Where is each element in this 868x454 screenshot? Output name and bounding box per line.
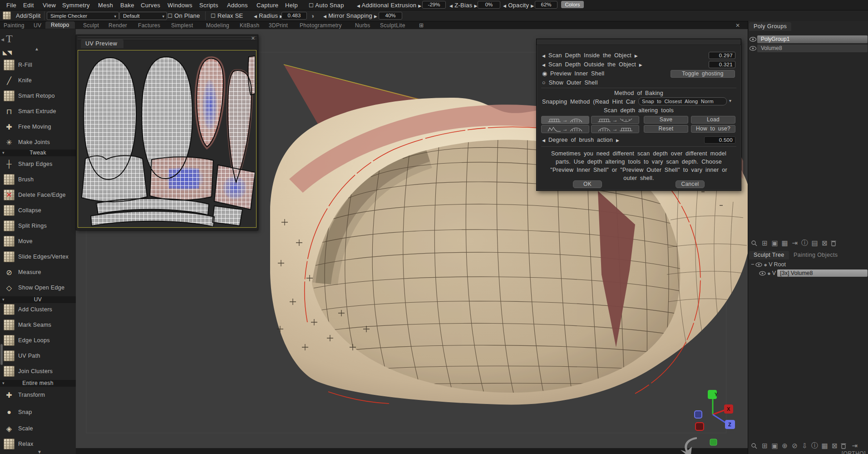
tab-sculpt[interactable]: Sculpt (83, 22, 99, 29)
collapse-icon[interactable]: − (751, 261, 754, 268)
panel-grip[interactable] (78, 36, 256, 38)
show-outer-shell-radio[interactable]: ○ Show Outer Shell (542, 79, 735, 86)
tool-knife[interactable]: ╱Knife (4, 74, 32, 87)
axis-neg-z-handle[interactable] (695, 411, 702, 418)
delete-file-icon[interactable]: ⊠ (821, 239, 829, 247)
delete-file-icon[interactable]: ⊠ (831, 442, 838, 450)
tool-transform[interactable]: ✚Transform (4, 388, 45, 402)
add-icon[interactable]: ⊞ (761, 239, 769, 247)
tab-uv[interactable]: UV (34, 22, 41, 29)
trash-icon[interactable] (841, 443, 848, 449)
checker-preset-dropdown[interactable]: Simple Checker ▾ (47, 12, 119, 20)
info-icon[interactable]: ⓘ (811, 441, 819, 450)
tool-move[interactable]: Move (4, 234, 33, 248)
panel-collapse-icon[interactable]: ◀ (1, 37, 4, 42)
trash-icon[interactable] (831, 240, 838, 246)
visibility-eye-icon[interactable] (749, 35, 757, 43)
mirror-snapping-spinner[interactable]: ◀ Mirror Snapping ▶ (323, 12, 377, 19)
chevron-down-icon[interactable]: ▾ (729, 98, 731, 103)
reset-button[interactable]: Reset (644, 125, 688, 133)
tool-r-fill[interactable]: R-Fill (4, 58, 32, 72)
menu-bake[interactable]: Bake (120, 2, 134, 9)
visibility-eye-icon[interactable] (749, 45, 757, 52)
axis-neg-x-handle[interactable] (695, 423, 704, 430)
menu-scripts[interactable]: Scripts (199, 2, 218, 9)
axis-neg-y-handle[interactable] (710, 439, 717, 445)
close-icon[interactable]: ✕ (251, 35, 255, 41)
tool-collapse[interactable]: Collapse (4, 204, 41, 217)
painting-objects-tab[interactable]: Painting Objects (789, 251, 842, 259)
tool-smart-extrude[interactable]: ⊓Smart Extrude (4, 105, 56, 118)
auto-snap-checkbox[interactable]: ☐ Auto Snap (309, 2, 344, 9)
depth-tool-flat-to-arch-button[interactable]: → (541, 116, 589, 124)
section-entire-mesh[interactable]: ▾Entire mesh (0, 380, 76, 387)
tab-sculptlite[interactable]: SculptLite (380, 22, 405, 29)
tool-uv-path[interactable]: UV Path (4, 349, 40, 363)
menu-windows[interactable]: Windows (168, 2, 192, 9)
info-icon[interactable]: ⓘ (801, 239, 809, 247)
tool-brush[interactable]: Brush (4, 173, 34, 186)
tab-3dprint[interactable]: 3DPrint (269, 22, 288, 29)
menu-symmetry[interactable]: Symmetry (62, 2, 90, 9)
tool-edge-loops[interactable]: Edge Loops (4, 334, 50, 347)
tree-row-root[interactable]: − ● V Root (751, 260, 868, 269)
poly-groups-tab[interactable]: Poly Groups (749, 22, 791, 31)
opacity-spinner[interactable]: ◀ Opacity ▶ (503, 2, 534, 9)
tool-show-open-edge[interactable]: ◇Show Open Edge (4, 281, 64, 294)
save-button[interactable]: Save (644, 116, 688, 124)
import-icon[interactable]: ⇥ (791, 239, 799, 247)
tool-join-clusters[interactable]: Join Clusters (4, 364, 53, 378)
tab-simplest[interactable]: Simplest (171, 22, 193, 29)
import-icon[interactable]: ⇥ (851, 442, 858, 450)
voxel-mode-icon[interactable]: V (769, 261, 772, 268)
dense-grid-icon[interactable]: ▦ (821, 442, 829, 450)
uv-islands-canvas[interactable] (78, 50, 256, 228)
radius-value[interactable]: 0.483 (281, 12, 307, 20)
cancel-button[interactable]: Cancel (676, 180, 705, 188)
tree-node-selected[interactable]: [3x] Volume8 (777, 269, 868, 277)
sphere-grid-icon[interactable]: ⊕ (781, 442, 789, 450)
radius-spinner[interactable]: ◀ Radius ▶ (254, 12, 283, 19)
ok-button[interactable]: OK (573, 180, 602, 188)
sculpt-tree-tab[interactable]: Sculpt Tree (749, 251, 789, 259)
tab-painting[interactable]: Painting (4, 22, 25, 29)
how-to-use-button[interactable]: How to use? (691, 125, 735, 133)
tool-slide-edges-vertex[interactable]: Slide Edges/Vertex (4, 250, 69, 264)
additional-extrusion-value[interactable]: -29% (422, 1, 446, 9)
tool-scale[interactable]: ◈Scale (4, 422, 33, 435)
tool-delete-face-edge[interactable]: ✕Delete Face/Edge (4, 188, 66, 202)
menu-file[interactable]: File (6, 2, 16, 9)
menu-view[interactable]: View (43, 2, 56, 9)
voxel-mode-icon[interactable]: V (772, 270, 776, 276)
degree-brush-action-value[interactable]: 0.500 (704, 136, 735, 144)
duplicate-icon[interactable]: ▣ (771, 442, 779, 450)
snapping-method-dropdown[interactable]: Snap to Closest Along Norm (638, 97, 727, 105)
polygroup-row[interactable]: PolyGroup1 (757, 35, 868, 43)
scan-depth-inside-value[interactable]: 0.297 (709, 52, 735, 59)
tool-measure[interactable]: ⊘Measure (4, 265, 41, 279)
tab-nurbs[interactable]: Nurbs (355, 22, 370, 29)
visibility-eye-icon[interactable] (759, 271, 766, 276)
colors-button[interactable]: Colors (561, 1, 584, 8)
search-icon[interactable] (751, 443, 759, 449)
tree-node-label[interactable]: Root (774, 261, 786, 268)
tab-photogrammetry[interactable]: Photogrammetry (300, 22, 342, 29)
z-bias-spinner[interactable]: ◀ Z-Bias ▶ (449, 2, 478, 9)
tab-render[interactable]: Render (108, 22, 127, 29)
tab-retopo[interactable]: Retopo (45, 21, 75, 29)
on-plane-checkbox[interactable]: ☐ On Plane (168, 12, 200, 19)
toggle-ghosting-button[interactable]: Toggle ghosting (671, 70, 735, 78)
load-button[interactable]: Load (691, 116, 735, 124)
additional-extrusion-spinner[interactable]: ◀ Additional Extrusion ▶ (357, 2, 422, 9)
menu-mesh[interactable]: Mesh (98, 2, 113, 9)
add-split-button[interactable]: Add/Split (16, 12, 41, 19)
tool-snap[interactable]: ●Snap (4, 405, 32, 419)
tree-row-volume[interactable]: ● V [3x] Volume8 (759, 269, 868, 277)
menu-edit[interactable]: Edit (23, 2, 34, 9)
tool-split-rings[interactable]: Split Rings (4, 219, 47, 233)
depth-tool-flat-to-valley-button[interactable]: → (591, 116, 639, 124)
search-icon[interactable] (751, 240, 759, 246)
tab-modeling[interactable]: Modeling (206, 22, 229, 29)
tab-kitbash[interactable]: KitBash (240, 22, 259, 29)
add-tab-icon[interactable]: ⊞ (419, 22, 424, 29)
